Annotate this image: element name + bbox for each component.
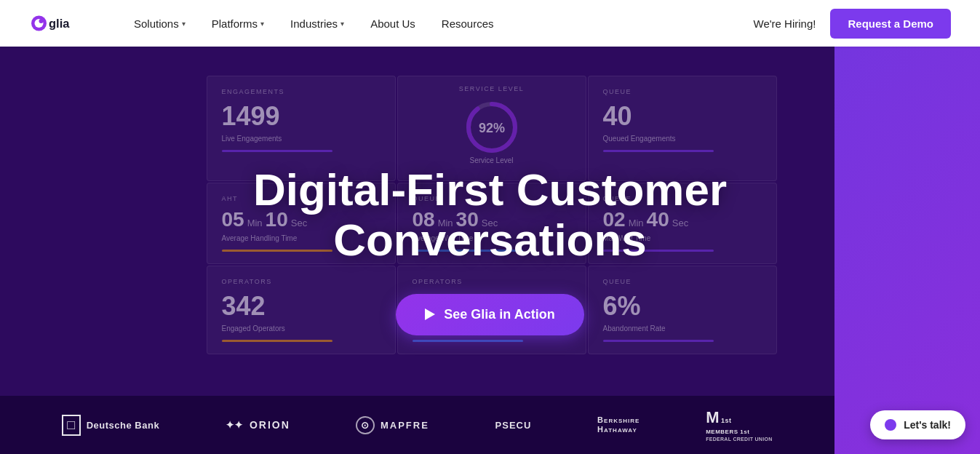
hero-content: Digital-First Customer Conversations See… [253,165,727,335]
platforms-chevron-icon: ▾ [260,20,264,28]
nav-solutions[interactable]: Solutions ▾ [124,12,196,36]
logo[interactable]: glia [29,10,95,36]
svg-point-2 [39,19,44,23]
request-demo-button[interactable]: Request a Demo [830,9,951,39]
nav-about[interactable]: About Us [360,12,426,36]
hero-title: Digital-First Customer Conversations [253,165,727,264]
svg-text:glia: glia [49,17,70,30]
svg-text:92%: 92% [478,121,504,135]
nav-industries[interactable]: Industries ▾ [280,12,354,36]
play-icon [425,308,435,320]
hiring-link[interactable]: We're Hiring! [754,17,816,30]
chat-label: Let's talk! [904,419,951,431]
industries-chevron-icon: ▾ [340,20,344,28]
nav-platforms[interactable]: Platforms ▾ [202,12,274,36]
psecu-logo: PSECU [495,420,532,431]
orion-logo: ✦ ORION [226,419,290,431]
service-level-gauge: 92% [463,98,521,156]
deutsche-bank-logo: □ Deutsche Bank [62,415,159,436]
hero-section: ENGAGEMENTS 1499 Live Engagements SERVIC… [0,47,980,454]
solutions-chevron-icon: ▾ [182,20,186,28]
chat-widget[interactable]: Let's talk! [870,410,965,439]
chat-icon [885,419,896,431]
see-glia-action-button[interactable]: See Glia in Action [396,294,583,335]
right-accent-bar [834,47,980,454]
nav-links: Solutions ▾ Platforms ▾ Industries ▾ Abo… [124,12,754,36]
nav-resources[interactable]: Resources [431,12,504,36]
nav-right: We're Hiring! Request a Demo [754,9,952,39]
glia-logo: glia [29,10,95,36]
berkshire-hathaway-logo: Berkshire Hathaway [597,415,640,434]
client-logo-bar: □ Deutsche Bank ✦ ORION ⊙ MAPFRE PSECU B… [0,396,834,454]
navbar: glia Solutions ▾ Platforms ▾ Industries … [0,0,980,47]
mapfre-logo: ⊙ MAPFRE [356,416,429,434]
members-first-logo: M 1st MEMBERS 1st FEDERAL CREDIT UNION [706,407,772,442]
